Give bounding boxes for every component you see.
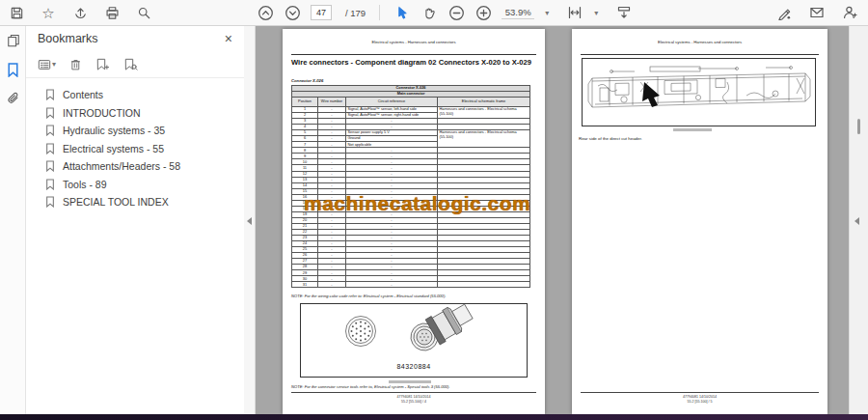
running-header: Electrical systems - Harnesses and conne… <box>572 40 827 44</box>
bookmark-label: Hydraulic systems - 35 <box>63 125 165 136</box>
footer-rule <box>581 392 819 393</box>
open-tools-pane-arrow[interactable] <box>854 217 859 225</box>
bookmark-icon <box>45 143 55 154</box>
share-icon[interactable] <box>71 4 89 21</box>
save-icon[interactable] <box>8 4 25 21</box>
page-display-icon[interactable] <box>615 4 633 21</box>
email-icon[interactable] <box>808 4 826 21</box>
bookmark-label: INTRODUCTION <box>63 107 141 119</box>
bookmark-icon <box>45 107 55 119</box>
table-row: 31-- <box>292 282 530 288</box>
pdf-page-left: Electrical systems - Harnesses and conne… <box>283 29 545 414</box>
left-navigation-rail <box>0 26 26 414</box>
delete-bookmark-icon[interactable] <box>69 58 82 71</box>
header-rule <box>291 54 536 55</box>
figure-part-number: 84320884 <box>301 363 527 370</box>
page-number-input[interactable]: 47 <box>311 5 332 20</box>
bookmark-item[interactable]: Attachments/Headers - 58 <box>26 157 244 176</box>
running-header: Electrical systems - Harnesses and conne… <box>283 40 545 44</box>
page-title: Wire connectors - Component diagram 02 C… <box>291 58 536 67</box>
bookmark-label: Contents <box>63 89 103 100</box>
bookmark-icon <box>45 89 55 100</box>
zoom-in-icon[interactable] <box>475 4 492 21</box>
new-bookmark-icon[interactable] <box>95 58 110 71</box>
toolbar-divider <box>379 5 380 20</box>
footer-rule <box>291 392 536 393</box>
document-viewport: Electrical systems - Harnesses and conne… <box>256 26 849 414</box>
bookmarks-list: ContentsINTRODUCTIONHydraulic systems - … <box>26 78 244 211</box>
bookmarks-panel-icon[interactable] <box>0 55 26 84</box>
bookmark-item[interactable]: Electrical systems - 55 <box>26 140 244 158</box>
bookmark-item[interactable]: Hydraulic systems - 35 <box>26 122 244 140</box>
footer-doc-number: 47794081 14/10/2014 <box>572 395 827 399</box>
page-total-label: / 179 <box>345 8 366 18</box>
bookmark-options-icon[interactable]: ▾ <box>38 58 56 71</box>
fit-width-icon[interactable] <box>566 4 583 21</box>
favorites-star-icon[interactable]: ☆ <box>40 4 57 21</box>
wiring-note: NOTE: For the wiring color code refer to… <box>291 294 536 298</box>
previous-page-icon[interactable] <box>257 4 274 21</box>
connector-table: Connector X-026 Main connector Position … <box>291 85 529 288</box>
print-icon[interactable] <box>103 4 121 21</box>
bookmark-item[interactable]: Contents <box>26 86 244 104</box>
next-page-icon[interactable] <box>284 4 301 21</box>
bookmark-item[interactable]: SPECIAL TOOL INDEX <box>26 193 244 211</box>
collapse-panel-arrow[interactable] <box>247 217 252 225</box>
connector-figure: 84320884 <box>300 303 528 378</box>
bookmark-icon <box>45 160 55 172</box>
attachments-icon[interactable] <box>0 84 26 113</box>
top-toolbar: ☆ 47 / 179 53.9% ▾ <box>0 0 868 26</box>
footer-page-number: 55.2 [55.100] / 4 <box>283 400 545 404</box>
column-header: Wire number <box>318 98 346 107</box>
bookmarks-panel: Bookmarks × ▾ ContentsINTRODUCTIONHydrau… <box>26 26 244 414</box>
close-panel-icon[interactable]: × <box>225 32 232 45</box>
scrollbar-thumb[interactable] <box>857 119 860 134</box>
footer-page-number: 55.2 [55.100] / 5 <box>572 400 827 404</box>
zoom-dropdown-caret[interactable]: ▾ <box>545 9 549 17</box>
bookmarks-toolbar: ▾ <box>26 51 244 78</box>
taskbar-edge <box>0 414 868 420</box>
vertical-scrollbar <box>849 26 868 414</box>
search-icon[interactable] <box>135 4 152 21</box>
bookmark-item[interactable]: INTRODUCTION <box>26 104 244 123</box>
column-header: Electrical schematic frame <box>438 98 530 107</box>
zoom-out-icon[interactable] <box>448 4 465 21</box>
fill-sign-icon[interactable] <box>775 4 793 21</box>
header-rule <box>581 54 819 55</box>
find-current-bookmark-icon[interactable] <box>123 58 138 71</box>
bookmark-label: Electrical systems - 55 <box>63 143 164 154</box>
zoom-level-value[interactable]: 53.9% <box>502 6 534 19</box>
figure-caption-code <box>673 128 712 131</box>
bookmarks-panel-title: Bookmarks <box>38 32 98 45</box>
connector-subtitle: Connector X-026 <box>291 78 323 83</box>
account-person-icon[interactable] <box>841 4 858 21</box>
bookmark-label: Tools - 89 <box>63 179 107 190</box>
bookmark-icon <box>45 179 55 190</box>
column-header: Circuit reference <box>346 98 438 107</box>
figure-caption-code <box>389 380 431 383</box>
bookmark-item[interactable]: Tools - 89 <box>26 176 244 194</box>
bookmark-label: Attachments/Headers - 58 <box>63 160 180 172</box>
pdf-page-right: Electrical systems - Harnesses and conne… <box>572 29 827 414</box>
header-machine-figure <box>582 58 816 126</box>
hand-tool-icon[interactable] <box>420 4 438 21</box>
column-header: Position <box>292 98 318 107</box>
figure-caption: Rear side of the direct cut header. <box>579 136 642 141</box>
bookmark-label: SPECIAL TOOL INDEX <box>63 196 169 208</box>
footer-doc-number: 47794081 14/10/2014 <box>283 395 545 399</box>
fit-dropdown-caret[interactable]: ▾ <box>594 9 598 17</box>
select-tool-icon[interactable] <box>393 4 411 21</box>
panel-collapse-strip <box>244 26 256 414</box>
service-tools-note: NOTE: For the connector service tools re… <box>291 384 536 389</box>
bookmark-icon <box>45 196 55 208</box>
page-thumbnails-icon[interactable] <box>0 26 26 55</box>
bookmark-icon <box>45 125 55 136</box>
